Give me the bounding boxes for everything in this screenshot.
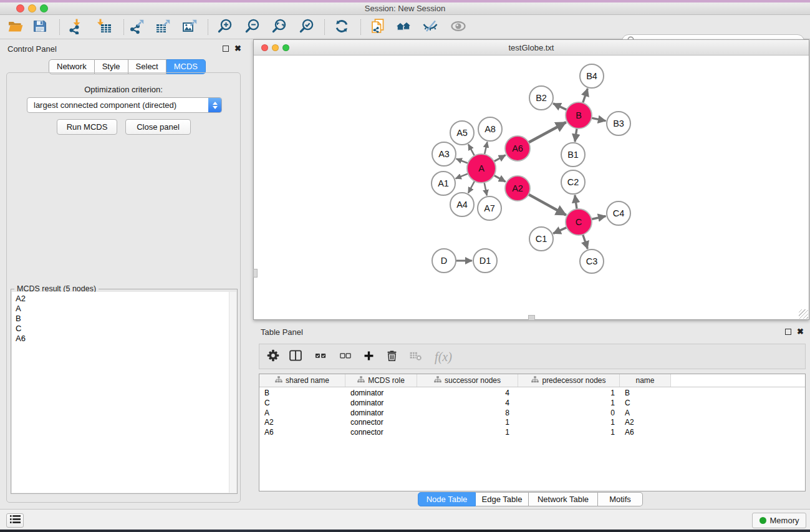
maximize-window-icon[interactable] (40, 4, 48, 12)
table-row[interactable]: A2connector11A2 (259, 417, 805, 427)
graph-edge-B-B4[interactable] (583, 89, 588, 103)
close-window-icon[interactable] (16, 4, 24, 12)
column-header-shared-name[interactable]: shared name (259, 374, 345, 387)
mcds-result-item[interactable]: A2 (16, 294, 236, 304)
graph-edge-A6-B[interactable] (529, 122, 566, 143)
tab-edge-table[interactable]: Edge Table (476, 492, 529, 506)
table-cell[interactable]: connector (345, 417, 417, 427)
open-session-button[interactable] (5, 17, 26, 37)
deselect-all-button[interactable] (335, 347, 355, 367)
add-row-button[interactable] (359, 347, 378, 367)
table-cell[interactable]: 1 (518, 398, 620, 408)
graph-edge-A-A2[interactable] (494, 175, 506, 181)
zoom-fit-button[interactable] (269, 17, 290, 37)
save-session-button[interactable] (29, 17, 51, 37)
gear-button[interactable] (263, 347, 283, 367)
tab-motifs[interactable]: Motifs (598, 492, 643, 506)
mcds-result-item[interactable]: A6 (16, 334, 236, 344)
graph-node-C3[interactable]: C3 (580, 249, 604, 273)
graph-edge-A-A1[interactable] (456, 173, 468, 178)
import-network-button[interactable] (65, 17, 87, 37)
table-cell[interactable]: B (620, 388, 671, 398)
graph-node-C4[interactable]: C4 (607, 201, 630, 225)
graph-edge-C-C4[interactable] (592, 216, 606, 219)
network-window-titlebar[interactable]: testGlobe.txt (254, 40, 809, 56)
close-panel-icon[interactable]: ✖ (234, 46, 241, 52)
dropdown-stepper-icon[interactable] (208, 98, 221, 112)
graph-node-B1[interactable]: B1 (561, 143, 585, 167)
graph-edge-A-A7[interactable] (485, 183, 487, 196)
mcds-result-scrollbar[interactable] (229, 292, 236, 493)
graph-node-D1[interactable]: D1 (473, 249, 497, 273)
graph-node-C2[interactable]: C2 (561, 170, 585, 194)
graph-edge-A-A8[interactable] (485, 142, 487, 154)
export-network-button[interactable] (127, 17, 148, 37)
column-header-predecessor-nodes[interactable]: predecessor nodes (518, 374, 620, 387)
network-maximize-icon[interactable] (282, 44, 289, 51)
mcds-result-item[interactable]: B (16, 314, 236, 324)
run-mcds-button[interactable]: Run MCDS (57, 119, 117, 135)
graph-node-A7[interactable]: A7 (478, 196, 501, 220)
table-cell[interactable]: dominator (345, 388, 417, 398)
select-all-button[interactable] (311, 347, 330, 367)
table-cell[interactable]: A2 (620, 417, 671, 427)
network-close-icon[interactable] (261, 44, 268, 51)
show-selected-button[interactable] (448, 17, 469, 37)
graph-node-A4[interactable]: A4 (450, 193, 474, 216)
graph-node-A3[interactable]: A3 (432, 142, 456, 166)
graph-edge-A-A3[interactable] (456, 159, 468, 163)
tab-node-table[interactable]: Node Table (418, 492, 476, 506)
export-table-button[interactable] (153, 17, 174, 37)
table-cell[interactable]: A6 (259, 427, 345, 437)
table-cell[interactable]: B (259, 388, 345, 398)
delete-row-button[interactable] (382, 347, 402, 367)
network-left-handle[interactable] (253, 269, 258, 278)
table-cell[interactable]: 1 (518, 388, 620, 398)
table-row[interactable]: Cdominator41C (259, 398, 805, 408)
table-cell[interactable]: dominator (345, 398, 417, 408)
table-cell[interactable]: C (620, 398, 671, 408)
export-image-button[interactable] (180, 17, 201, 37)
hide-selected-button[interactable] (420, 17, 441, 37)
graph-node-A6[interactable]: A6 (505, 136, 530, 161)
graph-node-A5[interactable]: A5 (450, 121, 474, 145)
mcds-result-item[interactable]: A (16, 304, 236, 314)
graph-edge-C-C2[interactable] (575, 195, 577, 209)
home-button[interactable] (393, 17, 414, 37)
graph-node-A[interactable]: A (467, 154, 496, 183)
table-cell[interactable]: connector (345, 427, 417, 437)
mcds-result-list[interactable]: A2ABCA6 (12, 292, 236, 493)
table-cell[interactable]: A (620, 408, 671, 418)
memory-button[interactable]: Memory (752, 513, 806, 528)
graph-node-B2[interactable]: B2 (529, 86, 553, 110)
task-history-button[interactable] (6, 513, 24, 528)
network-graph-canvas[interactable]: B4B2BB3A8A5A6A3B1AC2A1A2A4A7C4CC1DD1C3 (254, 56, 809, 319)
graph-edge-C-C3[interactable] (583, 235, 588, 249)
graph-edge-A-A6[interactable] (494, 155, 506, 162)
zoom-out-button[interactable] (242, 17, 263, 37)
graph-edge-B-B3[interactable] (592, 118, 606, 121)
column-header-MCDS-role[interactable]: MCDS role (345, 374, 417, 387)
table-row[interactable]: Adominator80A (259, 408, 805, 418)
tab-network-table[interactable]: Network Table (529, 492, 598, 506)
table-cell[interactable]: 4 (417, 398, 518, 408)
zoom-in-button[interactable] (215, 17, 236, 37)
graph-edge-B-B2[interactable] (553, 104, 567, 110)
table-cell[interactable]: 4 (417, 388, 518, 398)
duplicate-network-button[interactable] (367, 17, 388, 37)
column-header-name[interactable]: name (620, 374, 671, 387)
graph-node-B[interactable]: B (566, 102, 592, 128)
import-table-button[interactable] (94, 17, 115, 37)
refresh-button[interactable] (331, 17, 352, 37)
table-row[interactable]: Bdominator41B (259, 388, 805, 398)
split-panel-button[interactable] (286, 347, 306, 367)
graph-node-A2[interactable]: A2 (505, 176, 530, 201)
table-cell[interactable]: 1 (417, 417, 518, 427)
close-table-panel-icon[interactable]: ✖ (797, 329, 804, 335)
graph-edge-A2-C[interactable] (529, 195, 566, 215)
table-cell[interactable]: 1 (518, 427, 620, 437)
graph-node-C[interactable]: C (566, 209, 592, 235)
graph-edge-A-A4[interactable] (468, 181, 475, 193)
network-bottom-handle[interactable] (528, 315, 535, 321)
table-cell[interactable]: A6 (620, 427, 671, 437)
